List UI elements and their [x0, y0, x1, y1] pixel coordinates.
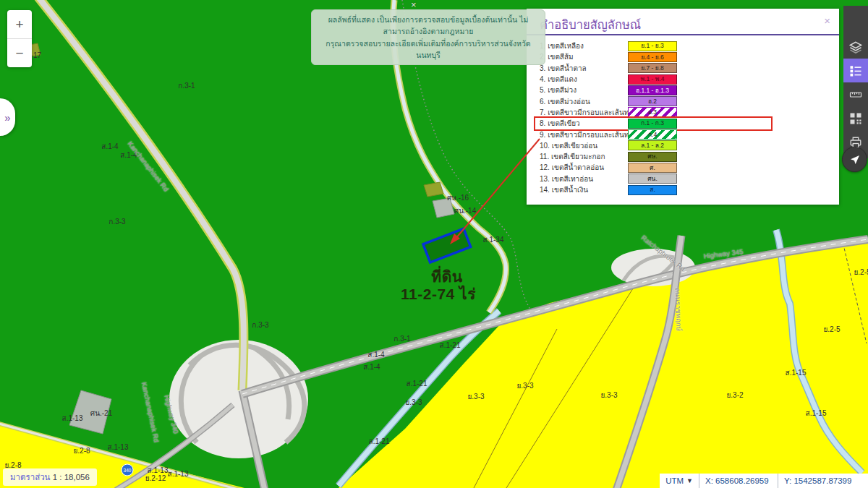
legend-color-swatch: อ.1.1 - อ.1.3 — [628, 85, 677, 95]
legend-item: 12. เขตสีน้ำตาลอ่อน ศ. — [527, 162, 839, 173]
legend-title: คำอธิบายสัญลักษณ์ — [540, 15, 641, 34]
legend-close-icon[interactable]: × — [824, 14, 830, 27]
legend-item: 2. เขตสีส้ม ย.4 - ย.6 — [527, 51, 839, 62]
banner-close-icon[interactable]: × — [411, 0, 417, 10]
disclaimer-banner: ผลลัพธ์ที่แสดง เป็นเพียงการตรวจสอบข้อมูล… — [311, 9, 545, 65]
qr-code-icon[interactable] — [843, 106, 868, 130]
legend-color-swatch: อ.2 — [628, 96, 677, 106]
scale-label: มาตราส่วน — [10, 473, 50, 481]
right-toolbar — [843, 6, 868, 158]
legend-color-swatch: ก.4 — [628, 129, 677, 140]
gray-parcel — [433, 198, 454, 218]
legend-item: 8. เขตสีเขียว ก.1 - ก.3 — [527, 118, 839, 129]
legend-items: 1. เขตสีเหลือง ย.1 - ย.3 2. เขตสีส้ม ย.4… — [527, 40, 839, 195]
banner-line-2: กรุณาตรวจสอบรายละเอียดเพิ่มเติมที่องค์กา… — [318, 38, 539, 61]
legend-color-swatch: ศน. — [628, 174, 677, 184]
coordinate-system-select[interactable]: UTM▼ — [660, 474, 699, 488]
legend-color-swatch: ส. — [628, 185, 677, 195]
legend-item: 13. เขตสีเทาอ่อน ศน. — [527, 174, 839, 184]
legend-item: 9. เขตสีขาวมีกรอบและเส้นทแยงสีเขียว ก.4 — [527, 129, 839, 140]
legend-color-swatch: ย.7 - ย.8 — [628, 63, 677, 73]
land-use-map-app: { "banner": { "close": "×", "line1": "ผล… — [0, 0, 868, 488]
legend-divider — [527, 34, 839, 35]
coordinate-bar: UTM▼ X: 658608.26959 Y: 1542587.87399 — [660, 474, 868, 488]
legend-item: 3. เขตสีน้ำตาล ย.7 - ย.8 — [527, 63, 839, 74]
legend-color-swatch: ล.1 - ล.2 — [628, 140, 677, 150]
banner-line-1: ผลลัพธ์ที่แสดง เป็นเพียงการตรวจสอบข้อมูล… — [318, 14, 539, 38]
legend-panel: คำอธิบายสัญลักษณ์ × 1. เขตสีเหลือง ย.1 -… — [527, 9, 839, 205]
legend-item: 14. เขตสีน้ำเงิน ส. — [527, 184, 839, 195]
legend-item: 1. เขตสีเหลือง ย.1 - ย.3 — [527, 40, 839, 51]
legend-color-swatch: ย.1 - ย.3 — [628, 41, 677, 51]
scale-value: 1 : 18,056 — [53, 473, 90, 481]
legend-item: 5. เขตสีม่วง อ.1.1 - อ.1.3 — [527, 85, 839, 95]
legend-item: 11. เขตสีเขียวมะกอก ศษ. — [527, 151, 839, 162]
layers-icon[interactable] — [843, 35, 868, 59]
legend-list-icon[interactable] — [843, 59, 868, 82]
locate-arrow-icon[interactable] — [842, 147, 867, 172]
legend-color-swatch: อ.3 — [628, 107, 677, 117]
coordinate-y: Y: 1542587.87399 — [778, 474, 868, 488]
scale-indicator: มาตราส่วน 1 : 18,056 — [3, 468, 97, 486]
legend-color-swatch: ย.4 - ย.6 — [628, 52, 677, 62]
olive-parcel — [424, 182, 443, 197]
zoom-control: + − — [7, 10, 32, 67]
legend-item: 6. เขตสีม่วงอ่อน อ.2 — [527, 95, 839, 106]
coordinate-x: X: 658608.26959 — [699, 474, 778, 488]
legend-item: 4. เขตสีแดง พ.1 - พ.4 — [527, 74, 839, 85]
legend-item: 7. เขตสีขาวมีกรอบและเส้นทแยงสีม่วง อ.3 — [527, 107, 839, 118]
legend-color-swatch: ศ. — [628, 163, 677, 173]
legend-color-swatch: ก.1 - ก.3 — [628, 119, 677, 129]
legend-color-swatch: พ.1 - พ.4 — [628, 74, 677, 85]
legend-item: 10. เขตสีเขียวอ่อน ล.1 - ล.2 — [527, 140, 839, 151]
zoom-out-button[interactable]: − — [7, 39, 32, 67]
legend-color-swatch: ศษ. — [628, 152, 677, 162]
measure-icon[interactable] — [843, 82, 868, 106]
chevron-down-icon: ▼ — [686, 477, 693, 484]
zoom-in-button[interactable]: + — [7, 10, 32, 38]
